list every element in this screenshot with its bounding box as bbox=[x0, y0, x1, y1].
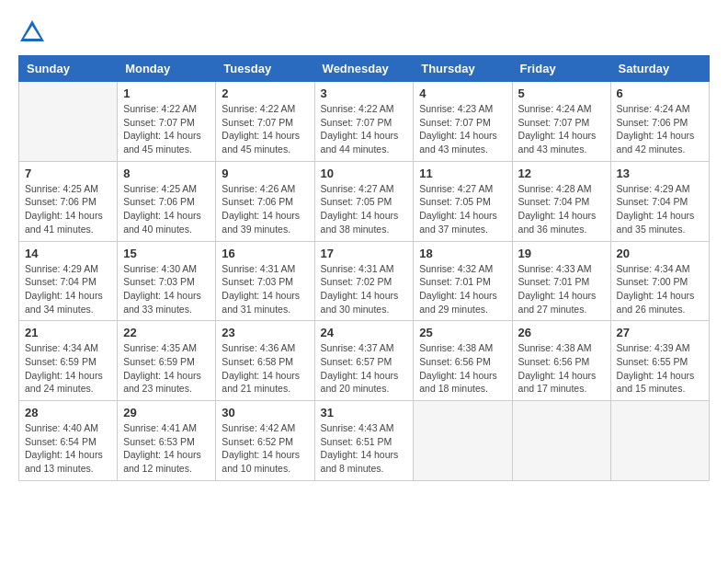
calendar-cell: 13 Sunrise: 4:29 AMSunset: 7:04 PMDaylig… bbox=[610, 161, 709, 241]
day-number: 15 bbox=[123, 247, 210, 260]
day-number: 8 bbox=[123, 167, 210, 180]
day-info: Sunrise: 4:37 AMSunset: 6:57 PMDaylight:… bbox=[321, 341, 408, 396]
day-info: Sunrise: 4:29 AMSunset: 7:04 PMDaylight:… bbox=[25, 262, 111, 316]
day-number: 7 bbox=[25, 167, 111, 180]
day-info: Sunrise: 4:26 AMSunset: 7:06 PMDaylight:… bbox=[222, 182, 308, 236]
day-info: Sunrise: 4:40 AMSunset: 6:54 PMDaylight:… bbox=[25, 421, 111, 476]
day-number: 28 bbox=[25, 406, 111, 419]
calendar-cell: 21 Sunrise: 4:34 AMSunset: 6:59 PMDaylig… bbox=[19, 321, 118, 401]
calendar-cell: 16 Sunrise: 4:31 AMSunset: 7:03 PMDaylig… bbox=[216, 241, 314, 321]
calendar-cell: 7 Sunrise: 4:25 AMSunset: 7:06 PMDayligh… bbox=[19, 161, 118, 241]
calendar-cell bbox=[414, 401, 512, 481]
day-info: Sunrise: 4:41 AMSunset: 6:53 PMDaylight:… bbox=[123, 421, 210, 476]
calendar-cell: 8 Sunrise: 4:25 AMSunset: 7:06 PMDayligh… bbox=[118, 161, 216, 241]
day-number: 19 bbox=[518, 247, 605, 260]
day-info: Sunrise: 4:22 AMSunset: 7:07 PMDaylight:… bbox=[321, 102, 408, 156]
calendar-week-row: 7 Sunrise: 4:25 AMSunset: 7:06 PMDayligh… bbox=[19, 161, 710, 241]
day-number: 1 bbox=[123, 86, 210, 100]
day-number: 9 bbox=[222, 167, 308, 180]
calendar-cell: 2 Sunrise: 4:22 AMSunset: 7:07 PMDayligh… bbox=[216, 82, 314, 162]
header-friday: Friday bbox=[512, 56, 610, 82]
calendar-cell bbox=[512, 401, 610, 481]
day-number: 18 bbox=[419, 247, 506, 260]
day-number: 12 bbox=[518, 167, 605, 180]
calendar-cell: 30 Sunrise: 4:42 AMSunset: 6:52 PMDaylig… bbox=[216, 401, 314, 481]
calendar-cell: 9 Sunrise: 4:26 AMSunset: 7:06 PMDayligh… bbox=[216, 161, 314, 241]
day-number: 17 bbox=[321, 247, 408, 260]
header-monday: Monday bbox=[118, 56, 216, 82]
header-saturday: Saturday bbox=[610, 56, 709, 82]
day-number: 5 bbox=[518, 86, 605, 100]
day-number: 26 bbox=[518, 326, 605, 339]
day-number: 4 bbox=[419, 86, 506, 100]
header-sunday: Sunday bbox=[19, 56, 118, 82]
header-thursday: Thursday bbox=[414, 56, 512, 82]
day-info: Sunrise: 4:22 AMSunset: 7:07 PMDaylight:… bbox=[222, 102, 308, 156]
logo-icon bbox=[18, 18, 46, 46]
calendar-cell: 24 Sunrise: 4:37 AMSunset: 6:57 PMDaylig… bbox=[314, 321, 414, 401]
day-info: Sunrise: 4:24 AMSunset: 7:07 PMDaylight:… bbox=[518, 102, 605, 156]
calendar-cell: 29 Sunrise: 4:41 AMSunset: 6:53 PMDaylig… bbox=[118, 401, 216, 481]
day-number: 25 bbox=[419, 326, 506, 339]
day-info: Sunrise: 4:22 AMSunset: 7:07 PMDaylight:… bbox=[123, 102, 210, 156]
day-number: 10 bbox=[321, 167, 408, 180]
day-info: Sunrise: 4:31 AMSunset: 7:02 PMDaylight:… bbox=[321, 262, 408, 316]
day-number: 2 bbox=[222, 86, 308, 100]
day-number: 21 bbox=[25, 326, 111, 339]
day-number: 14 bbox=[25, 247, 111, 260]
day-info: Sunrise: 4:34 AMSunset: 7:00 PMDaylight:… bbox=[617, 262, 703, 316]
calendar-cell: 27 Sunrise: 4:39 AMSunset: 6:55 PMDaylig… bbox=[610, 321, 709, 401]
calendar-cell: 5 Sunrise: 4:24 AMSunset: 7:07 PMDayligh… bbox=[512, 82, 610, 162]
day-number: 30 bbox=[222, 406, 308, 419]
day-info: Sunrise: 4:30 AMSunset: 7:03 PMDaylight:… bbox=[123, 262, 210, 316]
day-info: Sunrise: 4:25 AMSunset: 7:06 PMDaylight:… bbox=[123, 182, 210, 236]
day-info: Sunrise: 4:33 AMSunset: 7:01 PMDaylight:… bbox=[518, 262, 605, 316]
day-number: 11 bbox=[419, 167, 506, 180]
day-info: Sunrise: 4:32 AMSunset: 7:01 PMDaylight:… bbox=[419, 262, 506, 316]
calendar-cell: 11 Sunrise: 4:27 AMSunset: 7:05 PMDaylig… bbox=[414, 161, 512, 241]
day-info: Sunrise: 4:36 AMSunset: 6:58 PMDaylight:… bbox=[222, 341, 308, 396]
calendar-cell: 25 Sunrise: 4:38 AMSunset: 6:56 PMDaylig… bbox=[414, 321, 512, 401]
day-info: Sunrise: 4:35 AMSunset: 6:59 PMDaylight:… bbox=[123, 341, 210, 396]
day-info: Sunrise: 4:23 AMSunset: 7:07 PMDaylight:… bbox=[419, 102, 506, 156]
day-info: Sunrise: 4:25 AMSunset: 7:06 PMDaylight:… bbox=[25, 182, 111, 236]
calendar-cell: 6 Sunrise: 4:24 AMSunset: 7:06 PMDayligh… bbox=[610, 82, 709, 162]
page-header bbox=[18, 18, 710, 46]
logo bbox=[18, 18, 50, 46]
calendar-cell: 10 Sunrise: 4:27 AMSunset: 7:05 PMDaylig… bbox=[314, 161, 414, 241]
day-number: 13 bbox=[617, 167, 703, 180]
calendar-cell: 14 Sunrise: 4:29 AMSunset: 7:04 PMDaylig… bbox=[19, 241, 118, 321]
day-info: Sunrise: 4:31 AMSunset: 7:03 PMDaylight:… bbox=[222, 262, 308, 316]
day-info: Sunrise: 4:29 AMSunset: 7:04 PMDaylight:… bbox=[617, 182, 703, 236]
calendar-week-row: 21 Sunrise: 4:34 AMSunset: 6:59 PMDaylig… bbox=[19, 321, 710, 401]
day-number: 23 bbox=[222, 326, 308, 339]
calendar-cell: 1 Sunrise: 4:22 AMSunset: 7:07 PMDayligh… bbox=[118, 82, 216, 162]
day-number: 6 bbox=[617, 86, 703, 100]
day-number: 22 bbox=[123, 326, 210, 339]
header-wednesday: Wednesday bbox=[314, 56, 414, 82]
calendar-cell: 17 Sunrise: 4:31 AMSunset: 7:02 PMDaylig… bbox=[314, 241, 414, 321]
day-number: 20 bbox=[617, 247, 703, 260]
day-number: 29 bbox=[123, 406, 210, 419]
day-info: Sunrise: 4:27 AMSunset: 7:05 PMDaylight:… bbox=[321, 182, 408, 236]
calendar-cell: 19 Sunrise: 4:33 AMSunset: 7:01 PMDaylig… bbox=[512, 241, 610, 321]
day-info: Sunrise: 4:43 AMSunset: 6:51 PMDaylight:… bbox=[321, 421, 408, 476]
calendar-cell bbox=[610, 401, 709, 481]
calendar-cell: 26 Sunrise: 4:38 AMSunset: 6:56 PMDaylig… bbox=[512, 321, 610, 401]
day-info: Sunrise: 4:39 AMSunset: 6:55 PMDaylight:… bbox=[617, 341, 703, 396]
calendar-cell: 12 Sunrise: 4:28 AMSunset: 7:04 PMDaylig… bbox=[512, 161, 610, 241]
day-number: 24 bbox=[321, 326, 408, 339]
day-number: 31 bbox=[321, 406, 408, 419]
day-info: Sunrise: 4:38 AMSunset: 6:56 PMDaylight:… bbox=[419, 341, 506, 396]
calendar-cell: 28 Sunrise: 4:40 AMSunset: 6:54 PMDaylig… bbox=[19, 401, 118, 481]
calendar-cell: 20 Sunrise: 4:34 AMSunset: 7:00 PMDaylig… bbox=[610, 241, 709, 321]
day-info: Sunrise: 4:24 AMSunset: 7:06 PMDaylight:… bbox=[617, 102, 703, 156]
day-info: Sunrise: 4:42 AMSunset: 6:52 PMDaylight:… bbox=[222, 421, 308, 476]
day-number: 3 bbox=[321, 86, 408, 100]
day-info: Sunrise: 4:28 AMSunset: 7:04 PMDaylight:… bbox=[518, 182, 605, 236]
calendar-cell: 31 Sunrise: 4:43 AMSunset: 6:51 PMDaylig… bbox=[314, 401, 414, 481]
calendar-week-row: 14 Sunrise: 4:29 AMSunset: 7:04 PMDaylig… bbox=[19, 241, 710, 321]
day-number: 16 bbox=[222, 247, 308, 260]
calendar-week-row: 28 Sunrise: 4:40 AMSunset: 6:54 PMDaylig… bbox=[19, 401, 710, 481]
calendar-cell: 15 Sunrise: 4:30 AMSunset: 7:03 PMDaylig… bbox=[118, 241, 216, 321]
